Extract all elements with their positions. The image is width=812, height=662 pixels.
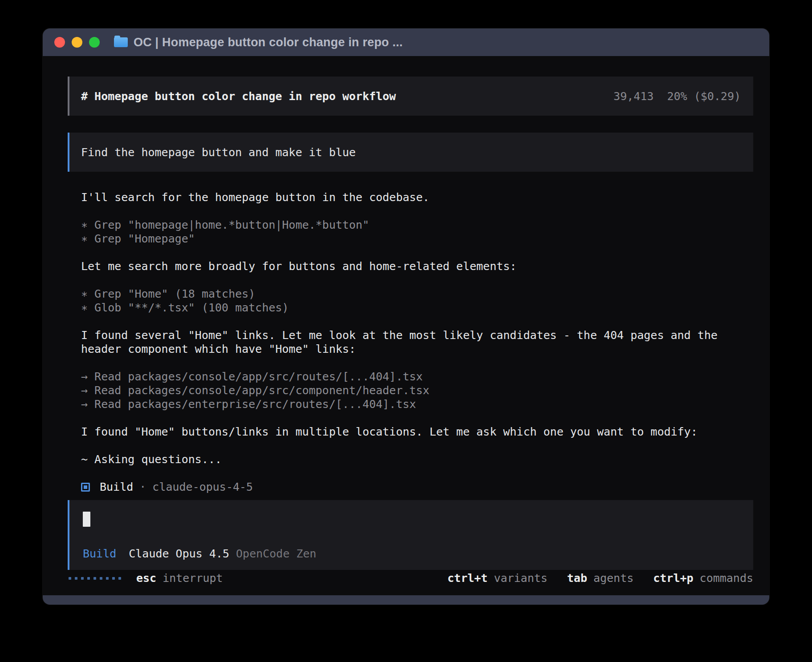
session-stats: 39,41320% ($0.29) xyxy=(613,90,741,103)
progress-dot xyxy=(87,577,90,580)
terminal-window: OC | Homepage button color change in rep… xyxy=(43,28,769,605)
status-left: esc interrupt xyxy=(69,572,223,585)
context-usage: 20% ($0.29) xyxy=(667,90,741,103)
tool-call-read: → Read packages/console/app/src/routes/[… xyxy=(81,370,753,383)
input-agent-label[interactable]: Build xyxy=(83,547,116,560)
model-name: claude-opus-4-5 xyxy=(152,480,253,494)
progress-dot xyxy=(93,577,96,580)
window-controls xyxy=(54,37,100,48)
close-window-button[interactable] xyxy=(54,37,65,48)
user-message-text: Find the homepage button and make it blu… xyxy=(81,146,356,159)
window-titlebar: OC | Homepage button color change in rep… xyxy=(43,28,769,56)
tool-call-grep: ∗ Grep "homepage|home.*button|Home.*butt… xyxy=(81,218,753,232)
commands-action-label: commands xyxy=(700,572,753,585)
progress-dot xyxy=(112,577,115,580)
agent-badge: Build · claude-opus-4-5 xyxy=(81,480,753,494)
tool-call-grep: ∗ Grep "Homepage" xyxy=(81,232,753,246)
ctrl-p-key-hint: ctrl+p xyxy=(653,572,693,585)
input-model-label[interactable]: Claude Opus 4.5 xyxy=(129,547,229,560)
progress-dot xyxy=(69,577,71,580)
agent-build-icon xyxy=(81,483,90,492)
window-title: OC | Homepage button color change in rep… xyxy=(134,36,403,49)
assistant-text: I found "Home" buttons/links in multiple… xyxy=(81,425,753,439)
esc-key-hint: esc xyxy=(136,572,156,585)
minimize-window-button[interactable] xyxy=(72,37,82,48)
tool-call-read: → Read packages/console/app/src/componen… xyxy=(81,383,753,397)
assistant-status: ~ Asking questions... xyxy=(81,452,753,466)
interrupt-action-label: interrupt xyxy=(162,572,223,585)
tool-call-grep: ∗ Grep "Home" (18 matches) xyxy=(81,287,753,301)
shortcut-variants: ctrl+t variants xyxy=(447,572,548,585)
text-cursor xyxy=(83,512,90,527)
separator-dot: · xyxy=(139,480,146,494)
window-bottom-chrome xyxy=(43,595,769,605)
prompt-input[interactable]: Build Claude Opus 4.5 OpenCode Zen xyxy=(68,500,753,570)
tool-call-read: → Read packages/enterprise/src/routes/[.… xyxy=(81,397,753,411)
assistant-transcript: I'll search for the homepage button in t… xyxy=(81,190,753,494)
progress-dot xyxy=(100,577,102,580)
agents-action-label: agents xyxy=(593,572,633,585)
input-provider-label: OpenCode Zen xyxy=(236,547,317,560)
zoom-window-button[interactable] xyxy=(89,37,100,48)
status-bar: esc interrupt ctrl+t variants tab agents… xyxy=(69,572,753,585)
assistant-text: I'll search for the homepage button in t… xyxy=(81,190,753,204)
token-count: 39,413 xyxy=(613,90,654,103)
progress-dot xyxy=(118,577,121,580)
progress-dot xyxy=(81,577,84,580)
agent-name: Build xyxy=(100,480,133,494)
user-message: Find the homepage button and make it blu… xyxy=(68,133,753,172)
progress-dot xyxy=(75,577,77,580)
tab-key-hint: tab xyxy=(567,572,587,585)
tool-call-glob: ∗ Glob "**/*.tsx" (100 matches) xyxy=(81,301,753,315)
variants-action-label: variants xyxy=(494,572,547,585)
progress-dot xyxy=(106,577,109,580)
ctrl-t-key-hint: ctrl+t xyxy=(447,572,487,585)
terminal-content: # Homepage button color change in repo w… xyxy=(43,56,769,595)
input-meta: Build Claude Opus 4.5 OpenCode Zen xyxy=(83,547,741,560)
assistant-text: I found several "Home" links. Let me loo… xyxy=(81,328,753,356)
assistant-text: Let me search more broadly for buttons a… xyxy=(81,259,753,273)
status-right: ctrl+t variants tab agents ctrl+p comman… xyxy=(428,572,753,585)
session-title: # Homepage button color change in repo w… xyxy=(81,90,396,103)
shortcut-agents: tab agents xyxy=(567,572,633,585)
shortcut-commands: ctrl+p commands xyxy=(653,572,753,585)
progress-dots xyxy=(69,577,121,580)
folder-icon xyxy=(114,37,128,47)
session-header: # Homepage button color change in repo w… xyxy=(68,77,753,116)
